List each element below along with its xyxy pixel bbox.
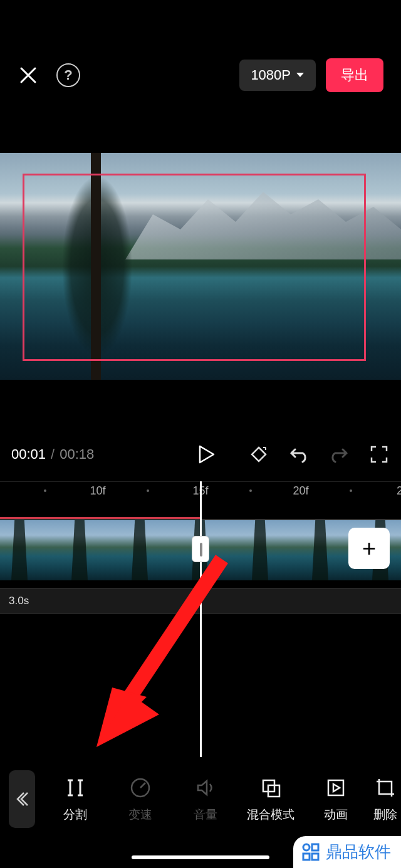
- timeline[interactable]: + 3.0s: [0, 500, 401, 757]
- keyframe-button[interactable]: [248, 444, 269, 465]
- help-button[interactable]: ?: [56, 63, 80, 87]
- tool-speed[interactable]: 变速: [109, 775, 172, 823]
- clip-thumbnail[interactable]: [180, 520, 241, 580]
- animation-icon: [325, 776, 347, 799]
- speed-icon: [129, 776, 152, 799]
- close-icon: [19, 66, 38, 85]
- clip-thumbnail[interactable]: [0, 520, 60, 580]
- playback-bar: 00:01 / 00:18: [0, 432, 401, 476]
- keyframe-icon: [249, 445, 268, 464]
- watermark: 鼎品软件: [293, 836, 401, 868]
- overlay-duration: 3.0s: [9, 595, 29, 607]
- resolution-dropdown[interactable]: 1080P: [239, 60, 316, 91]
- fullscreen-button[interactable]: [368, 444, 390, 465]
- undo-button[interactable]: [288, 444, 310, 465]
- add-clip-button[interactable]: +: [348, 528, 390, 569]
- crop-tool-icon: [374, 776, 397, 799]
- chevron-down-icon: [296, 72, 305, 78]
- export-label: 导出: [341, 67, 368, 83]
- close-button[interactable]: [18, 65, 39, 86]
- svg-rect-9: [303, 854, 310, 860]
- resolution-label: 1080P: [251, 67, 291, 83]
- tool-blend[interactable]: 混合模式: [239, 775, 302, 823]
- current-time: 00:01: [11, 446, 46, 463]
- blend-icon: [259, 776, 282, 799]
- redo-icon: [329, 446, 349, 463]
- tool-split[interactable]: 分割: [44, 775, 107, 823]
- ruler-label: 2: [397, 484, 401, 498]
- top-bar: ? 1080P 导出: [0, 50, 401, 100]
- tool-label: 混合模式: [247, 807, 294, 823]
- volume-icon: [194, 776, 217, 799]
- chevron-left-icon: [14, 791, 30, 807]
- transition-handle[interactable]: [192, 536, 209, 562]
- plus-icon: +: [362, 535, 376, 562]
- clip-thumbnail[interactable]: [120, 520, 180, 580]
- undo-icon: [289, 446, 309, 463]
- clip-thumbnail[interactable]: [241, 520, 301, 580]
- ruler-tick: [249, 489, 252, 492]
- play-button[interactable]: [194, 442, 219, 467]
- help-icon: ?: [64, 67, 72, 83]
- tool-animation[interactable]: 动画: [305, 775, 367, 823]
- redo-button[interactable]: [328, 444, 350, 465]
- tool-label: 音量: [194, 807, 217, 823]
- home-indicator[interactable]: [132, 855, 269, 859]
- tool-label: 变速: [128, 807, 152, 823]
- total-time: 00:18: [60, 446, 94, 463]
- playhead[interactable]: [200, 481, 202, 757]
- export-button[interactable]: 导出: [326, 58, 383, 92]
- tool-label: 分割: [63, 807, 87, 823]
- tool-label: 删除: [373, 807, 397, 823]
- ruler-tick: [350, 489, 352, 492]
- svg-rect-10: [312, 854, 318, 860]
- svg-point-7: [303, 844, 310, 850]
- video-preview[interactable]: [0, 153, 401, 380]
- svg-rect-8: [312, 844, 318, 850]
- play-icon: [199, 445, 215, 464]
- ruler-label: 20f: [293, 484, 308, 498]
- fullscreen-icon: [370, 446, 388, 463]
- split-icon: [64, 776, 86, 799]
- watermark-icon: [301, 842, 321, 862]
- watermark-text: 鼎品软件: [326, 841, 391, 863]
- bottom-toolbar: 分割 变速 音量 混合模式 动画 删除: [0, 765, 401, 834]
- clip-thumbnail[interactable]: [60, 520, 120, 580]
- tool-label: 动画: [324, 807, 348, 823]
- tool-delete[interactable]: 删除: [370, 775, 401, 823]
- ruler-label: 10f: [90, 484, 105, 498]
- ruler-tick: [147, 489, 149, 492]
- tool-volume[interactable]: 音量: [174, 775, 237, 823]
- crop-frame[interactable]: [23, 174, 366, 361]
- time-separator: /: [51, 446, 55, 463]
- toolbar-back-button[interactable]: [9, 770, 35, 828]
- ruler-tick: [44, 489, 46, 492]
